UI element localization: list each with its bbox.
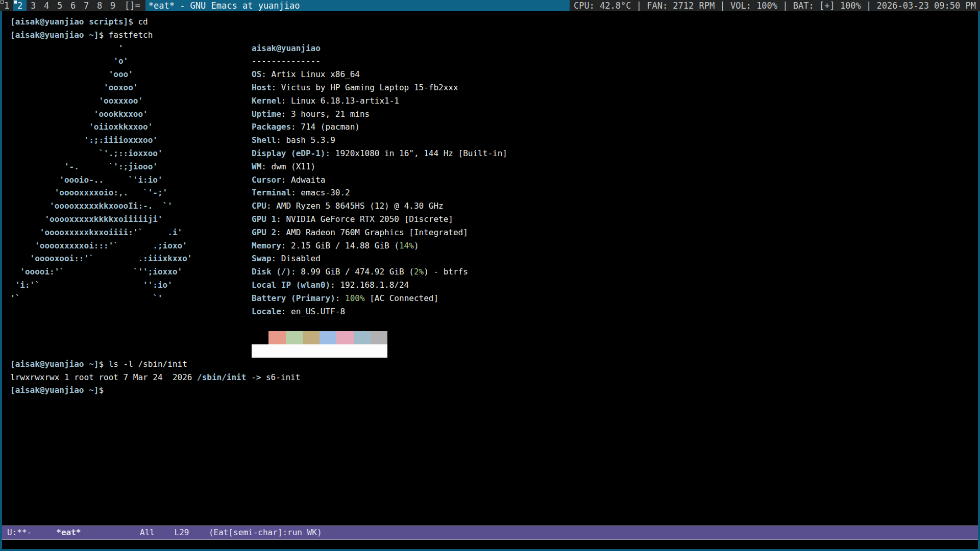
- terminal-line: U:**- *eat* All L29 (Eat[semi-char]:run …: [2, 526, 978, 539]
- color-swatch: [303, 331, 320, 344]
- terminal-line: GPU 1: NVIDIA GeForce RTX 2050 [Discrete…: [252, 213, 507, 226]
- workspace-tag-3[interactable]: 3: [27, 0, 40, 11]
- workspace-tag-5[interactable]: 5: [53, 0, 66, 11]
- terminal-line: [aisak@yuanjiao ~]$ ls -l /sbin/init: [10, 358, 300, 371]
- workspace-tag-7[interactable]: 7: [80, 0, 93, 11]
- workspace-tag-1[interactable]: 1: [0, 0, 13, 11]
- workspace-tag-6[interactable]: 6: [66, 0, 80, 11]
- terminal-line: Terminal: emacs-30.2: [252, 186, 507, 199]
- terminal-line: [aisak@yuanjiao ~]$ fastfetch: [10, 29, 153, 42]
- color-swatch: [286, 331, 303, 344]
- terminal-line: GPU 2: AMD Radeon 760M Graphics [Integra…: [252, 226, 507, 239]
- terminal-line: Disk (/): 8.99 GiB / 474.92 GiB (2%) - b…: [252, 265, 507, 279]
- terminal-line: Host: Victus by HP Gaming Laptop 15-fb2x…: [252, 81, 507, 94]
- terminal-line: aisak@yuanjiao: [252, 42, 507, 55]
- color-swatch: [252, 331, 268, 344]
- terminal-line: Memory: 2.15 GiB / 14.88 GiB (14%): [252, 239, 507, 253]
- color-swatch: [354, 344, 371, 358]
- color-swatch: [354, 331, 371, 344]
- workspace-tags: 123456789: [0, 0, 119, 11]
- terminal-line: Battery (Primary): 100% [AC Connected]: [252, 292, 507, 305]
- color-swatch: [268, 344, 285, 358]
- terminal-line: --------------: [252, 55, 507, 68]
- terminal-bottom-commands: [aisak@yuanjiao ~]$ ls -l /sbin/initlrwx…: [10, 358, 300, 397]
- workspace-tag-2[interactable]: 2: [13, 0, 27, 11]
- terminal-line: Kernel: Linux 6.18.13-artix1-1: [252, 94, 507, 108]
- workspace-tag-8[interactable]: 8: [93, 0, 106, 11]
- tag-occupied-indicator: [1, 1, 4, 4]
- modeline-text: U:**- *eat* All L29 (Eat[semi-char]:run …: [2, 526, 978, 539]
- terminal-line: Display (eDP-1): 980x551 in 16", 144 H…: [252, 147, 507, 160]
- color-swatch: [320, 344, 336, 358]
- color-swatch: [268, 331, 285, 344]
- workspace-tag-4[interactable]: 4: [40, 0, 53, 11]
- color-palette-normal: [252, 331, 507, 344]
- terminal-line: Shell: bash 5.3.9: [252, 134, 507, 147]
- terminal-line: OS: Artix Linux x86_64: [252, 68, 507, 81]
- terminal-top-commands: [aisak@yuanjiao scripts]$ cd[aisak@yuanj…: [10, 15, 153, 42]
- terminal-line: Locale: en_US.UTF-8: [252, 305, 507, 318]
- terminal-line: Cursor: Adwaita: [252, 173, 507, 187]
- tag-selected-indicator: [14, 1, 17, 4]
- status-text: CPU: 42.8°C | FAN: 2712 RPM | VOL: 100% …: [570, 0, 980, 11]
- color-swatch: [371, 331, 387, 344]
- color-swatch: [286, 344, 303, 358]
- terminal-line: Swap: Disabled: [252, 252, 507, 265]
- fastfetch-info-lines: aisak@yuanjiao--------------OS: Artix Li…: [252, 42, 507, 318]
- terminal-line: lrwxrwxrwx 1 root root 7 Mar 24 2026 /sb…: [10, 371, 300, 384]
- window-title: *eat* - GNU Emacs at yuanjiao: [145, 0, 570, 11]
- dwm-status-bar: 123456789 []= *eat* - GNU Emacs at yuanj…: [0, 0, 980, 11]
- color-swatch: [252, 344, 268, 358]
- terminal-line: [aisak@yuanjiao ~]$: [10, 384, 300, 397]
- blank-line: [252, 318, 507, 331]
- color-swatch: [336, 344, 353, 358]
- terminal-buffer[interactable]: [aisak@yuanjiao scripts]$ cd[aisak@yuanj…: [2, 11, 978, 525]
- terminal-line: Uptime: 3 hours, 21 mins: [252, 108, 507, 121]
- layout-indicator[interactable]: []=: [119, 0, 145, 11]
- terminal-line: WM: dwm (X11): [252, 160, 507, 173]
- terminal-line: Local IP (wlan0): 192.168.1.8/24: [252, 279, 507, 292]
- echo-area[interactable]: [2, 540, 978, 549]
- terminal-line: CPU: AMD Ryzen 5 8645HS (12) @ 4.30 GHz: [252, 199, 507, 213]
- color-swatch: [320, 331, 336, 344]
- emacs-modeline[interactable]: U:**- *eat* All L29 (Eat[semi-char]:run …: [2, 525, 978, 540]
- color-palette-bright: [252, 344, 507, 358]
- terminal-line: Packages: 714 (pacman): [252, 120, 507, 134]
- color-swatch: [336, 331, 353, 344]
- artix-ascii-logo: ' 'o' 'ooo' 'ooxoo' 'ooxxxoo' 'oookkxxoo…: [10, 42, 192, 305]
- color-swatch: [303, 344, 320, 358]
- fastfetch-info: aisak@yuanjiao--------------OS: Artix Li…: [252, 42, 507, 358]
- terminal-line: [aisak@yuanjiao scripts]$ cd: [10, 15, 153, 29]
- workspace-tag-9[interactable]: 9: [106, 0, 119, 11]
- color-swatch: [371, 344, 387, 358]
- emacs-window: [aisak@yuanjiao scripts]$ cd[aisak@yuanj…: [0, 11, 980, 551]
